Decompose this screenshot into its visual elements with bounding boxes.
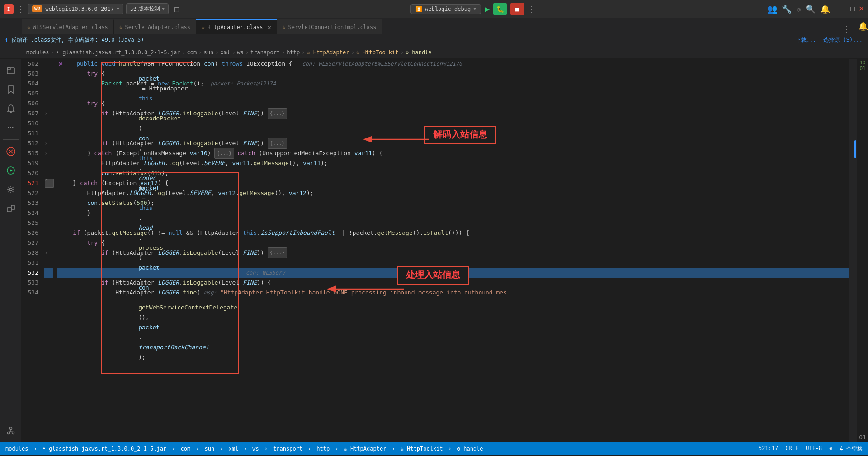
download-link[interactable]: 下载... bbox=[796, 36, 816, 44]
line-num-504: 504 bbox=[25, 79, 40, 89]
decode-arrow bbox=[361, 133, 433, 149]
breadcrumb-httpadapter[interactable]: ☕ HttpAdapter bbox=[307, 49, 349, 56]
line-num-534: 534 bbox=[25, 288, 40, 298]
breadcrumb-handle[interactable]: ⚙ handle bbox=[406, 49, 432, 56]
decode-annotation-box: 解码入站信息 bbox=[424, 126, 496, 144]
right-gutter: 10 01 01 bbox=[857, 59, 868, 442]
svg-point-10 bbox=[9, 428, 12, 430]
line-num-515: 515 bbox=[25, 148, 40, 158]
folder-icon[interactable]: □ bbox=[174, 4, 179, 14]
breadcrumb-http[interactable]: http bbox=[287, 49, 300, 56]
status-encoding[interactable]: UTF-8 bbox=[806, 445, 822, 453]
tab-close-http[interactable]: ✕ bbox=[267, 24, 271, 31]
line-num-502: 502 bbox=[25, 59, 40, 69]
breadcrumb-modules[interactable]: modules bbox=[26, 49, 49, 56]
info-text: 反编译 .class文件, 字节码版本: 49.0 (Java 5) bbox=[11, 36, 144, 44]
tab-icon-servletconn: ☕ bbox=[283, 24, 286, 30]
tab-servletconn[interactable]: ☕ ServletConnectionImpl.class bbox=[277, 19, 382, 34]
line-num-505: 505 bbox=[25, 89, 40, 99]
notifications-icon[interactable]: 🔔 bbox=[820, 4, 830, 14]
sidebar-icon-project[interactable] bbox=[3, 62, 19, 79]
process-packet-statement: packet = this . head . process ( packet … bbox=[101, 172, 239, 374]
tools-icon[interactable]: 🔧 bbox=[782, 4, 792, 14]
debug-run-button[interactable]: 🐛 bbox=[493, 3, 507, 15]
info-actions: 下载... 选择源 (S)... bbox=[796, 36, 863, 44]
more-run-options-icon[interactable]: ⋮ bbox=[528, 4, 536, 14]
status-httptoolkit[interactable]: ☕ HttpToolkit bbox=[401, 446, 443, 452]
search-icon[interactable]: 🔍 bbox=[806, 4, 816, 14]
svg-point-11 bbox=[7, 432, 9, 434]
tab-label-servletconn: ServletConnectionImpl.class bbox=[288, 24, 376, 30]
status-handle[interactable]: ⚙ handle bbox=[457, 446, 483, 452]
sidebar-icon-bookmarks[interactable] bbox=[3, 81, 19, 98]
sidebar-icon-settings[interactable] bbox=[3, 181, 19, 198]
version-control-btn[interactable]: ⎇ 版本控制 ▼ bbox=[126, 3, 169, 14]
breadcrumb-xml[interactable]: xml bbox=[220, 49, 230, 56]
status-http[interactable]: http bbox=[316, 446, 330, 452]
minimize-button[interactable]: ─ bbox=[842, 5, 847, 13]
breadcrumb-sun[interactable]: sun bbox=[204, 49, 214, 56]
tab-bar: ☕ WLSServletAdapter.class ☕ ServletAdapt… bbox=[0, 18, 868, 34]
select-source-link[interactable]: 选择源 (S)... bbox=[823, 36, 863, 44]
fold-512[interactable]: › bbox=[44, 138, 53, 148]
code-line-515: } catch (ExceptionHasMessage var10 ) {..… bbox=[57, 148, 849, 158]
notification-bell[interactable]: 🔔 bbox=[858, 21, 868, 31]
maximize-button[interactable]: □ bbox=[850, 5, 855, 13]
stop-button[interactable]: ■ bbox=[510, 3, 524, 15]
sidebar-icon-git[interactable] bbox=[3, 423, 19, 439]
breadcrumb-ws[interactable]: ws bbox=[237, 49, 243, 56]
title-bar: I ⋮ W2 weblogic10.3.6.0-2017 ▼ ⎇ 版本控制 ▼ … bbox=[0, 0, 868, 18]
debug-config-selector[interactable]: ⏫ weblogic-debug ▼ bbox=[410, 4, 481, 14]
users-icon[interactable]: 👥 bbox=[767, 4, 777, 14]
title-menu-dots[interactable]: ⋮ bbox=[16, 4, 25, 14]
breadcrumb-httptoolkit[interactable]: ☕ HttpToolkit bbox=[356, 49, 399, 56]
breadcrumb-jar[interactable]: • glassfish.jaxws.rt_1.3.0.0_2-1-5.jar bbox=[56, 49, 180, 56]
sidebar-icon-debug[interactable] bbox=[3, 143, 19, 160]
tab-wls[interactable]: ☕ WLSServletAdapter.class bbox=[22, 19, 114, 34]
copilot-icon[interactable]: ⚛ bbox=[796, 4, 801, 14]
tab-label-http: HttpAdapter.class bbox=[208, 24, 263, 30]
line-num-510: 510 bbox=[25, 119, 40, 128]
sidebar-icon-run[interactable] bbox=[3, 162, 19, 179]
svg-point-12 bbox=[12, 432, 14, 434]
breadcrumb-com[interactable]: com bbox=[187, 49, 197, 56]
title-bar-left: I ⋮ W2 weblogic10.3.6.0-2017 ▼ ⎇ 版本控制 ▼ … bbox=[4, 3, 179, 14]
fold-507[interactable]: › bbox=[44, 109, 53, 119]
breadcrumb-transport[interactable]: transport bbox=[250, 49, 280, 56]
process-arrow bbox=[325, 282, 408, 299]
minimap bbox=[849, 59, 857, 442]
info-bar: ℹ 反编译 .class文件, 字节码版本: 49.0 (Java 5) 下载.… bbox=[0, 34, 868, 46]
status-sun[interactable]: sun bbox=[205, 446, 215, 452]
code-line-534: HttpAdapter. LOGGER . fine ( msg: "HttpA… bbox=[57, 288, 849, 298]
status-bar-left: modules › • glassfish.jaxws.rt_1.3.0.0_2… bbox=[5, 446, 483, 452]
code-content[interactable]: @ public void handle (WSHTTPConnection c… bbox=[53, 59, 849, 442]
status-com[interactable]: com bbox=[181, 446, 191, 452]
status-modules[interactable]: modules bbox=[5, 446, 28, 452]
status-httpadapter[interactable]: ☕ HttpAdapter bbox=[344, 446, 386, 452]
status-indent[interactable]: 4 个空格 bbox=[840, 445, 863, 453]
process-annotation-box: 处理入站信息 bbox=[397, 266, 469, 285]
svg-text:I: I bbox=[7, 6, 10, 12]
status-transport[interactable]: transport bbox=[273, 446, 302, 452]
status-ws[interactable]: ws bbox=[252, 446, 259, 452]
project-dropdown-icon: ▼ bbox=[117, 6, 119, 11]
sidebar-icon-notifications[interactable] bbox=[3, 100, 19, 117]
run-button[interactable]: ▶ bbox=[485, 4, 490, 14]
sidebar-icon-plugins[interactable] bbox=[3, 200, 19, 217]
title-bar-right: 👥 🔧 ⚛ 🔍 🔔 ─ □ ✕ bbox=[767, 4, 864, 14]
status-xml[interactable]: xml bbox=[228, 446, 238, 452]
breadcrumb-bar: modules › • glassfish.jaxws.rt_1.3.0.0_2… bbox=[0, 46, 868, 59]
tab-servlet[interactable]: ☕ ServletAdapter.class bbox=[114, 19, 196, 34]
fold-528[interactable]: › bbox=[44, 248, 53, 258]
fold-515[interactable]: › bbox=[44, 148, 53, 158]
app-icon: I bbox=[4, 4, 14, 14]
line-num-532: 532 bbox=[25, 268, 40, 278]
status-jar[interactable]: • glassfish.jaxws.rt_1.3.0.0_2-1-5.jar bbox=[42, 446, 167, 452]
tab-more-icon[interactable]: ⋮ bbox=[843, 24, 854, 34]
project-selector[interactable]: W2 weblogic10.3.6.0-2017 ▼ bbox=[28, 4, 123, 14]
sidebar-icon-more[interactable]: ⋯ bbox=[3, 119, 19, 136]
status-eol[interactable]: CRLF bbox=[785, 445, 798, 453]
tab-http[interactable]: ☕ HttpAdapter.class ✕ bbox=[196, 19, 277, 34]
status-cursor[interactable]: 521:17 bbox=[759, 445, 778, 453]
close-button[interactable]: ✕ bbox=[859, 5, 864, 13]
